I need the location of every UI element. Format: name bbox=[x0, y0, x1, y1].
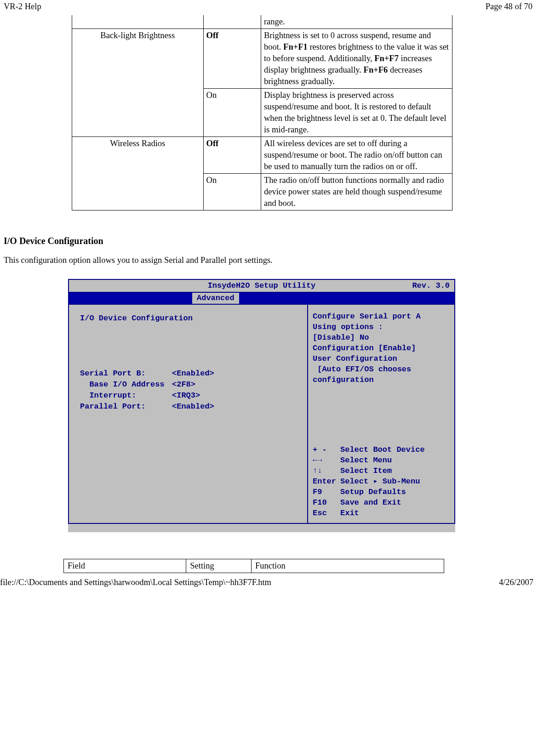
header-left: VR-2 Help bbox=[4, 2, 41, 11]
key-fn-f6: Fn+F6 bbox=[364, 65, 388, 74]
cell-wireless-field: Wireless Radios bbox=[72, 136, 204, 210]
bios-key: ←→ bbox=[313, 455, 340, 466]
bios-right-pane: Configure Serial port AUsing options :[D… bbox=[308, 305, 454, 523]
bios-key-row: F9Setup Defaults bbox=[313, 487, 450, 497]
bios-key-desc: Select Boot Device bbox=[340, 444, 425, 455]
bios-row-label: Interrupt: bbox=[80, 390, 172, 401]
bios-help-line: configuration bbox=[313, 375, 450, 385]
bios-row-value: <2F8> bbox=[172, 379, 195, 390]
bios-help-line: Configuration [Enable] bbox=[313, 343, 450, 353]
bios-config-row: Serial Port B:<Enabled> bbox=[80, 368, 303, 379]
bios-screenshot: InsydeH2O Setup Utility Rev. 3.0 Advance… bbox=[68, 279, 455, 532]
bios-key: F10 bbox=[313, 497, 340, 508]
footer-th-function: Function bbox=[251, 559, 444, 573]
bios-left-pane: I/O Device Configuration Serial Port A:<… bbox=[69, 305, 308, 523]
section-heading: I/O Device Configuration bbox=[4, 236, 534, 246]
cell-wireless-on: On bbox=[203, 173, 261, 210]
cell-backlight-field: Back-light Brightness bbox=[72, 28, 204, 136]
key-fn-f1: Fn+F1 bbox=[283, 42, 308, 51]
bios-help-line: [Disable] No bbox=[313, 332, 450, 343]
bios-key: Esc bbox=[313, 508, 340, 518]
section-intro: This configuration option allows you to … bbox=[4, 256, 534, 265]
cell-backlight-on: On bbox=[203, 88, 261, 136]
bios-key: + - bbox=[313, 444, 340, 455]
bios-row-value: <Enabled> bbox=[172, 401, 214, 412]
page-header: VR-2 Help Page 48 of 70 bbox=[0, 0, 538, 15]
cell-func-range: range. bbox=[261, 15, 452, 28]
bios-key-row: EscExit bbox=[313, 508, 450, 518]
footer-th-setting: Setting bbox=[186, 559, 252, 573]
settings-table: range. Back-light Brightness Off Brightn… bbox=[72, 15, 452, 210]
bios-config-row: Interrupt:<IRQ4> bbox=[80, 357, 303, 368]
cell-wireless-off-func: All wireless devices are set to off duri… bbox=[261, 136, 452, 173]
bios-title: InsydeH2O Setup Utility bbox=[208, 281, 316, 290]
bios-title-bar: InsydeH2O Setup Utility Rev. 3.0 bbox=[69, 280, 454, 293]
bios-help-line: Using options : bbox=[313, 322, 450, 332]
bios-config-row: Parallel Port:<Enabled> bbox=[80, 401, 303, 412]
bios-key-row: EnterSelect ▸ Sub-Menu bbox=[313, 476, 450, 487]
bios-key-desc: Select ▸ Sub-Menu bbox=[340, 476, 420, 487]
page-footer: file://C:\Documents and Settings\harwood… bbox=[0, 573, 538, 590]
cell-field-blank bbox=[72, 15, 204, 28]
bios-key-desc: Select Menu bbox=[340, 455, 392, 466]
header-right: Page 48 of 70 bbox=[486, 2, 532, 11]
bios-help-line: Configure Serial port A bbox=[313, 311, 450, 322]
bios-revision: Rev. 3.0 bbox=[412, 281, 450, 291]
bios-row-label: Base I/O Address bbox=[80, 379, 172, 390]
bios-row-label: Interrupt: bbox=[80, 357, 172, 368]
bios-row-value: <3F8> bbox=[172, 346, 195, 357]
bios-row-label: Serial Port B: bbox=[80, 368, 172, 379]
bios-key-row: F10Save and Exit bbox=[313, 497, 450, 508]
footer-table: Field Setting Function bbox=[63, 559, 444, 573]
bios-config-row: Serial Port A:<Enabled> bbox=[80, 335, 303, 346]
bios-key-row: + -Select Boot Device bbox=[313, 444, 450, 455]
bios-key: F9 bbox=[313, 487, 340, 497]
bios-row-value: <Enabled> bbox=[172, 368, 214, 379]
bios-row-label: Serial Port A: bbox=[80, 335, 172, 346]
bios-help-line: User Configuration bbox=[313, 353, 450, 364]
bios-config-row: Base I/O Address<2F8> bbox=[80, 379, 303, 390]
bios-key: Enter bbox=[313, 476, 340, 487]
cell-backlight-on-func: Display brightness is preserved across s… bbox=[261, 88, 452, 136]
cell-wireless-on-func: The radio on/off button functions normal… bbox=[261, 173, 452, 210]
bios-key-desc: Save and Exit bbox=[340, 497, 401, 508]
bios-key-desc: Exit bbox=[340, 508, 359, 518]
bios-key-desc: Select Item bbox=[340, 466, 392, 476]
bios-row-value: <IRQ3> bbox=[172, 390, 200, 401]
bios-key-desc: Setup Defaults bbox=[340, 487, 406, 497]
bios-config-row: Interrupt:<IRQ3> bbox=[80, 390, 303, 401]
bios-row-label: Base I/O Address bbox=[80, 346, 172, 357]
bios-config-row: Base I/O Address<3F8> bbox=[80, 346, 303, 357]
bios-tab-advanced: Advanced bbox=[192, 293, 239, 304]
bios-row-label: Parallel Port: bbox=[80, 401, 172, 412]
bios-left-heading: I/O Device Configuration bbox=[80, 313, 172, 324]
bios-row-value: <Enabled> bbox=[172, 335, 214, 346]
bios-key-row: ←→Select Menu bbox=[313, 455, 450, 466]
bios-key-help: + -Select Boot Device←→Select Menu↑↓Sele… bbox=[313, 444, 450, 518]
bios-row-value: <IRQ4> bbox=[172, 357, 200, 368]
bios-help-text: Configure Serial port AUsing options :[D… bbox=[313, 311, 450, 385]
footer-path: file://C:\Documents and Settings\harwood… bbox=[0, 578, 271, 587]
cell-backlight-off-func: Brightness is set to 0 across suspend, r… bbox=[261, 28, 452, 88]
footer-th-field: Field bbox=[64, 559, 186, 573]
bios-help-line: [Auto EFI/OS chooses bbox=[313, 364, 450, 375]
key-fn-f7: Fn+F7 bbox=[374, 54, 399, 63]
bios-menu-bar: Advanced bbox=[69, 293, 454, 305]
cell-wireless-off: Off bbox=[203, 136, 261, 173]
cell-setting-blank bbox=[203, 15, 261, 28]
bios-key: ↑↓ bbox=[313, 466, 340, 476]
bios-key-row: ↑↓Select Item bbox=[313, 466, 450, 476]
footer-date: 4/26/2007 bbox=[499, 578, 533, 587]
cell-backlight-off: Off bbox=[203, 28, 261, 88]
